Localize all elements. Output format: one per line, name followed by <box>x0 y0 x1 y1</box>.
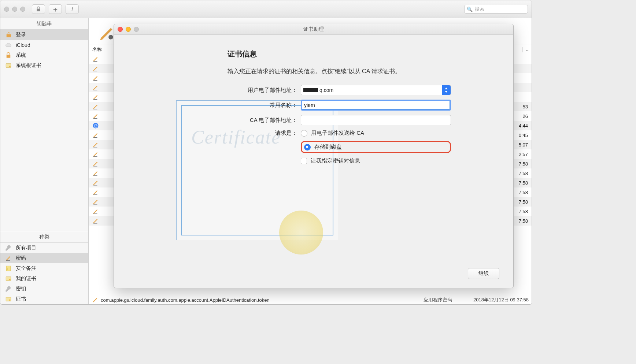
user-email-combobox[interactable]: q.com <box>301 85 451 95</box>
svg-rect-2 <box>6 260 10 261</box>
pencil-icon <box>92 132 99 138</box>
pencil-icon <box>92 65 99 72</box>
svg-rect-10 <box>93 61 97 62</box>
keychain-system-roots[interactable]: 系统根证书 <box>0 60 88 71</box>
keychain-icloud[interactable]: iCloud <box>0 40 88 50</box>
continue-label: 继续 <box>478 270 489 277</box>
checkbox-specify-label: 让我指定密钥对信息 <box>311 157 360 164</box>
info-button[interactable]: i <box>66 4 79 14</box>
dropdown-icon[interactable] <box>442 85 451 95</box>
pencil-icon <box>92 94 99 100</box>
pencil-icon <box>92 160 99 167</box>
window-traffic-lights[interactable] <box>4 7 25 12</box>
svg-point-8 <box>9 299 11 301</box>
radio-icon <box>304 144 311 151</box>
label-user-email: 用户电子邮件地址： <box>228 87 297 94</box>
pencil-icon <box>92 56 99 62</box>
keychain-label: 登录 <box>16 31 26 38</box>
row-date: 7:58 <box>519 161 532 167</box>
keychain-login[interactable]: 登录 <box>0 30 88 40</box>
radio-icon <box>301 130 307 137</box>
zoom-icon[interactable] <box>20 7 25 12</box>
pencil-icon <box>92 208 99 215</box>
svg-rect-23 <box>93 175 97 176</box>
common-name-field[interactable] <box>301 100 451 111</box>
cert-icon <box>5 62 12 69</box>
pencil-icon <box>92 179 99 186</box>
pencil-icon <box>92 189 99 196</box>
row-date: 7:58 <box>519 218 532 224</box>
info-icon: i <box>71 6 73 12</box>
svg-point-1 <box>9 66 11 67</box>
category-label: 密码 <box>16 255 26 261</box>
pencil-icon <box>92 170 99 177</box>
row-date: 7:58 <box>519 190 532 195</box>
highlight-save-to-disk: 存储到磁盘 <box>301 141 451 153</box>
category-certs[interactable]: 证书 <box>0 294 88 304</box>
lock-button[interactable] <box>32 4 45 14</box>
label-request-is: 请求是： <box>228 130 297 137</box>
cert-icon <box>5 296 12 302</box>
svg-point-6 <box>9 279 11 280</box>
category-notes[interactable]: 安全备注 <box>0 263 88 274</box>
lock-open-icon <box>5 31 12 38</box>
modal-heading: 证书信息 <box>228 49 495 59</box>
keychain-system[interactable]: 系统 <box>0 50 88 60</box>
svg-rect-24 <box>93 185 97 186</box>
categories-header: 种类 <box>0 231 88 243</box>
bottom-partial-row: com.apple.gs.icloud.family.auth.com.appl… <box>92 297 529 303</box>
svg-rect-28 <box>93 223 97 224</box>
svg-rect-20 <box>93 147 97 148</box>
category-passwords[interactable]: 密码 <box>0 253 88 263</box>
pencil-icon <box>92 84 99 91</box>
radio-send-to-ca[interactable]: 用电子邮件发送给 CA <box>301 130 451 137</box>
category-keys[interactable]: 密钥 <box>0 284 88 294</box>
cloud-icon <box>5 42 12 48</box>
ca-email-field[interactable] <box>301 115 451 125</box>
add-button[interactable]: ＋ <box>49 4 62 14</box>
bottom-row-kind: 应用程序密码 <box>424 297 452 303</box>
radio-save-to-disk[interactable]: 存储到磁盘 <box>304 144 342 151</box>
checkbox-specify-keypair[interactable]: 让我指定密钥对信息 <box>301 157 451 164</box>
keychains-list: 登录 iCloud 系统 <box>0 30 88 71</box>
form: 用户电子邮件地址： q.com 常用名称： CA 电子邮件地址： <box>228 85 495 164</box>
radio-send-label: 用电子邮件发送给 CA <box>311 130 364 137</box>
category-all[interactable]: 所有项目 <box>0 243 88 253</box>
category-label: 所有项目 <box>16 245 36 251</box>
svg-rect-25 <box>93 194 97 195</box>
key-icon <box>5 286 12 292</box>
modal-body: Certificate 证书信息 输入您正在请求的证书的相关信息。点按“继续”以… <box>114 34 513 288</box>
continue-button[interactable]: 继续 <box>468 268 499 279</box>
category-my-certs[interactable]: 我的证书 <box>0 274 88 284</box>
pencil-icon <box>5 255 12 261</box>
svg-text:@: @ <box>94 123 98 128</box>
modal-titlebar: 证书助理 <box>114 24 513 35</box>
pencil-icon <box>92 198 99 205</box>
pencil-icon <box>92 297 99 303</box>
svg-rect-22 <box>93 166 97 167</box>
pencil-icon <box>92 103 99 110</box>
svg-point-9 <box>108 35 113 40</box>
note-icon <box>5 265 12 272</box>
row-date: 0:45 <box>519 133 532 138</box>
svg-rect-13 <box>93 90 97 90</box>
keychain-label: 系统根证书 <box>16 62 41 69</box>
row-date: 53 <box>523 104 532 109</box>
pencil-icon <box>92 141 99 148</box>
modal-title: 证书助理 <box>114 26 513 33</box>
svg-rect-16 <box>93 118 97 119</box>
close-icon[interactable] <box>4 7 9 12</box>
body: 钥匙串 登录 iCloud <box>0 18 532 304</box>
chevron-down-icon[interactable]: ⌄ <box>522 47 532 52</box>
svg-rect-27 <box>93 213 97 214</box>
search-input[interactable]: 🔍 搜索 <box>464 5 528 14</box>
lock-icon <box>36 6 41 12</box>
column-name[interactable]: 名称 <box>92 46 102 53</box>
keychain-access-window: ＋ i 🔍 搜索 钥匙串 登录 iC <box>0 0 532 305</box>
checkbox-icon <box>301 158 307 164</box>
minimize-icon[interactable] <box>12 7 17 12</box>
svg-rect-11 <box>93 71 97 71</box>
svg-rect-15 <box>93 109 97 109</box>
svg-rect-19 <box>93 137 97 138</box>
row-date: 7:58 <box>519 199 532 205</box>
